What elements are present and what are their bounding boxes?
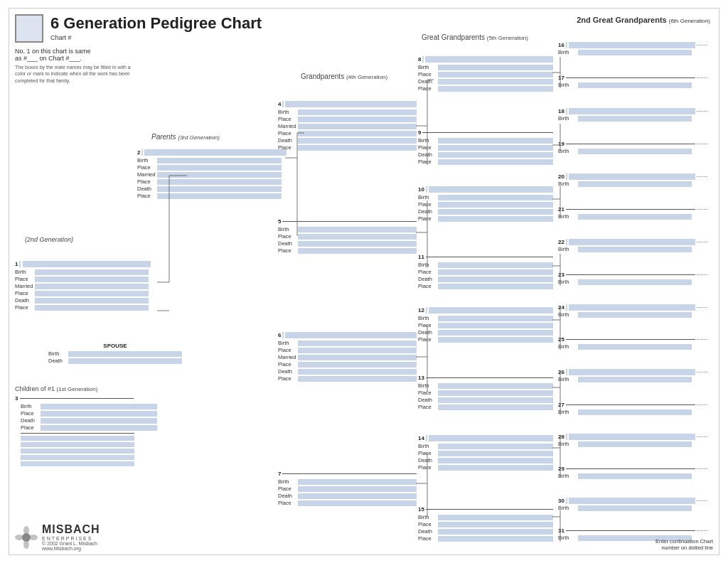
p15-num: 15 [418, 506, 424, 513]
p2-num: 2 [137, 149, 140, 156]
person-1-block: 1 Birth Place Married Place Death Place [15, 261, 157, 311]
person-16-block: 16 Birth [558, 42, 707, 56]
p1-dplace-label: Place [15, 304, 35, 311]
p3-num: 3 [15, 395, 18, 402]
person-5-block: 5 Birth Place Death Place [278, 218, 417, 254]
p21-num: 21 [558, 206, 564, 213]
children-list: Birth Place Death Place [21, 403, 157, 466]
no1-text: No. 1 on this chart is same [15, 48, 132, 55]
p1-mplace-line: Place [15, 290, 157, 296]
child-bar-3 [21, 449, 134, 454]
parents-label: Parents (3rd Generation) [151, 133, 220, 141]
p17-num: 17 [558, 75, 564, 81]
p14-num: 14 [418, 435, 424, 441]
instructions-text: The boxes by the male names may be fille… [15, 64, 132, 84]
p3-num-area: 3 [15, 395, 157, 402]
great-grandparents-label: Great Grandparents (5th Generation) [422, 33, 528, 41]
person-20-block: 20 Birth [558, 173, 707, 188]
person-18-block: 18 Birth [558, 108, 707, 122]
svg-point-34 [23, 540, 29, 549]
person-13-block: 13 Birth Place Death Place [418, 375, 553, 411]
person-11-block: 11 Birth Place Death Place [418, 254, 553, 290]
copyright: © 2002 Grant L. Misbach [42, 541, 100, 546]
person-24-block: 24 Birth [558, 304, 707, 318]
p6-num: 6 [278, 332, 281, 338]
c3-place: Place [21, 410, 157, 417]
instructions-block: No. 1 on this chart is same as #___ on C… [15, 48, 132, 84]
child-separator-1 [21, 433, 134, 434]
continuation-line1: Enter continuation Chart [655, 538, 713, 545]
p25-num: 25 [558, 336, 564, 343]
person-29-block: 29 Birth [558, 466, 707, 480]
person-8-block: 8 Birth Place Death Place [418, 56, 553, 92]
website: www.Misbach.org [42, 546, 100, 551]
svg-point-33 [23, 526, 29, 535]
p18-num: 18 [558, 108, 564, 114]
p12-num: 12 [418, 307, 424, 313]
logo-text: MISBACH ENTERPRISES © 2002 Grant L. Misb… [42, 523, 100, 551]
p5-num: 5 [278, 218, 281, 225]
person-9-block: 9 Birth Place Death Place [418, 129, 553, 166]
p20-num: 20 [558, 173, 564, 180]
children-block: Children of #1 (1st Generation) 3 Birth … [15, 385, 157, 468]
p27-num: 27 [558, 402, 564, 408]
logo-icon [15, 526, 38, 549]
logo-area: MISBACH ENTERPRISES © 2002 Grant L. Misb… [15, 523, 100, 551]
enterprises-label: ENTERPRISES [42, 536, 100, 541]
person-25-block: 25 Birth [558, 336, 707, 350]
person-23-block: 23 Birth [558, 272, 707, 286]
svg-point-36 [29, 535, 38, 540]
p1-birth-label: Birth [15, 269, 35, 275]
p11-num: 11 [418, 254, 424, 260]
p23-num: 23 [558, 272, 564, 278]
c3-death: Death [21, 417, 157, 424]
p9-num: 9 [418, 129, 421, 136]
spouse-block: SPOUSE Birth Death [48, 343, 182, 365]
person-12-block: 12 Birth Place Death Place [418, 307, 553, 343]
p13-num: 13 [418, 375, 424, 381]
p1-married-line: Married [15, 283, 157, 289]
p1-death-line: Death [15, 297, 157, 304]
spouse-death-line: Death [48, 358, 182, 364]
person-30-block: 30 Birth [558, 498, 707, 512]
continuation-line2: number on dotted line [655, 545, 713, 551]
p8-num: 8 [418, 56, 421, 63]
grandparents-label: Grandparents (4th Generation) [301, 73, 387, 80]
p1-death-label: Death [15, 297, 35, 304]
p24-num: 24 [558, 304, 564, 311]
children-label: Children of #1 (1st Generation) [15, 385, 157, 392]
svg-point-35 [15, 535, 23, 540]
no1-text2: as #___ on Chart #___. [15, 55, 132, 62]
p26-num: 26 [558, 369, 564, 375]
misbach-logo: MISBACH [42, 523, 100, 536]
spouse-birth-label: Birth [48, 350, 68, 357]
child-bar-5 [21, 461, 134, 466]
p1-married-label: Married [15, 283, 35, 289]
person-28-block: 28 Birth [558, 434, 707, 448]
spouse-label: SPOUSE [48, 343, 182, 349]
child-bar-4 [21, 455, 134, 460]
p1-place-label: Place [15, 276, 35, 282]
person-21-block: 21 Birth [558, 206, 707, 220]
gen2-label: 2nd Great Grandparents (6th Generation) [577, 16, 710, 24]
person-27-block: 27 Birth [558, 402, 707, 416]
chart-icon [15, 14, 43, 43]
footer: MISBACH ENTERPRISES © 2002 Grant L. Misb… [15, 523, 713, 551]
person-19-block: 19 Birth [558, 141, 707, 155]
gen-labels: 2nd Great Grandparents (6th Generation) [577, 16, 710, 24]
p10-num: 10 [418, 186, 424, 193]
continuation-note: Enter continuation Chart number on dotte… [655, 538, 713, 551]
p4-num: 4 [278, 101, 281, 107]
p28-num: 28 [558, 434, 564, 440]
p29-num: 29 [558, 466, 564, 472]
c3-dplace: Place [21, 424, 157, 431]
p1-num: 1 [15, 261, 18, 267]
p7-num: 7 [278, 471, 281, 477]
person-10-block: 10 Birth Place Death Place [418, 186, 553, 222]
person-17-block: 17 Birth [558, 75, 707, 89]
p19-num: 19 [558, 141, 564, 147]
child-bar-2 [21, 442, 134, 447]
chart-num: Chart # [50, 34, 713, 41]
person-7-block: 7 Birth Place Death Place [278, 471, 417, 507]
spouse-death-label: Death [48, 358, 68, 364]
